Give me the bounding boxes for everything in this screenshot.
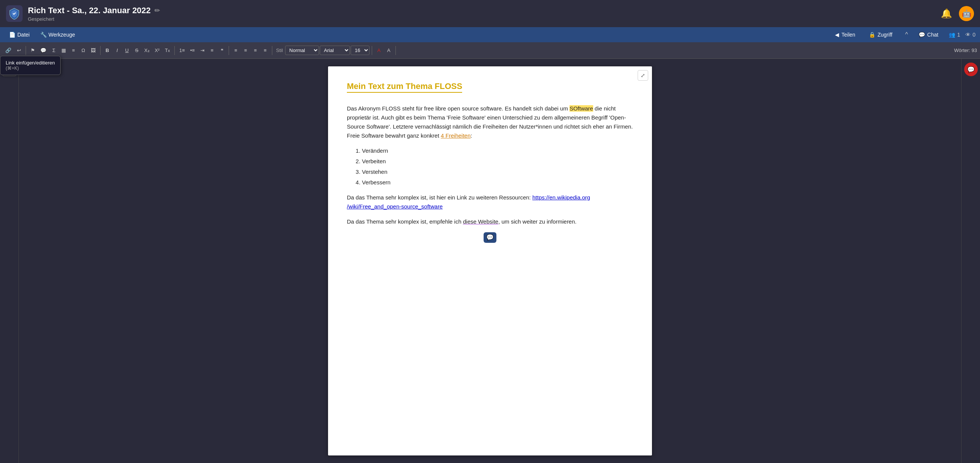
underline-button[interactable]: U xyxy=(123,46,132,55)
highlight-button[interactable]: A xyxy=(384,46,393,55)
bulletlist-button[interactable]: •≡ xyxy=(188,46,197,55)
image-button[interactable]: 🖼 xyxy=(89,46,98,55)
link-tooltip: Link einfügen/editieren (⌘+K) xyxy=(0,56,60,75)
menu-right: ^ 💬 Chat 👥 1 👁 0 xyxy=(905,30,975,40)
menu-item-werkzeuge[interactable]: 🔧 Werkzeuge xyxy=(36,30,80,40)
paragraph-3: Da das Thema sehr komplex ist, empfehle … xyxy=(347,217,633,226)
align-full-button[interactable]: ≡ xyxy=(261,46,270,55)
freedoms-link[interactable]: 4 Freiheiten xyxy=(441,133,471,139)
toolbar-separator-2 xyxy=(100,46,100,55)
left-sidebar: ≡ xyxy=(0,59,19,463)
link-button[interactable]: 🔗 xyxy=(3,46,14,55)
menu-item-datei[interactable]: 📄 Datei xyxy=(5,30,34,40)
chat-button[interactable]: 💬 Chat xyxy=(913,30,944,40)
tooltip-shortcut: (⌘+K) xyxy=(6,65,55,71)
wikipedia-link[interactable]: https://en.wikipedia.org/wiki/Free_and_o… xyxy=(347,194,590,210)
list-item-4: Verbessern xyxy=(362,178,633,187)
indent-button[interactable]: ⇥ xyxy=(198,46,207,55)
subscript-button[interactable]: X₂ xyxy=(142,46,152,55)
website-link-text: diese Website xyxy=(463,218,498,225)
numberedlist-button[interactable]: 1≡ xyxy=(177,46,187,55)
eye-icon: 👁 xyxy=(965,32,970,38)
title-bar: Rich Text - Sa., 22. Januar 2022 ✏ Gespe… xyxy=(0,0,980,27)
bold-button[interactable]: B xyxy=(103,46,112,55)
sum-button[interactable]: Σ xyxy=(49,46,58,55)
italic-button[interactable]: I xyxy=(113,46,122,55)
clearformat-button[interactable]: Tx xyxy=(163,46,172,55)
table-button[interactable]: ▦ xyxy=(59,46,68,55)
chat-icon: 💬 xyxy=(919,32,925,38)
menu-actions: ◀ Teilen 🔒 Zugriff xyxy=(830,30,897,40)
style-select[interactable]: Normal xyxy=(285,46,319,55)
toolbar-separator-4 xyxy=(229,46,229,55)
save-status: Gespeichert xyxy=(28,16,935,22)
list-item-2: Verbeiten xyxy=(362,157,633,166)
viewers-button[interactable]: 👁 0 xyxy=(965,32,975,38)
users-button[interactable]: 👥 1 xyxy=(949,32,960,38)
blockquote-button[interactable]: ❝ xyxy=(217,46,226,55)
datei-icon: 📄 xyxy=(9,32,16,38)
word-count: Wörter: 93 xyxy=(954,48,977,53)
tooltip-label: Link einfügen/editieren xyxy=(6,60,55,65)
size-select[interactable]: 16 xyxy=(351,46,369,55)
freedoms-list: Verändern Verbeiten Verstehen Verbessern xyxy=(362,146,633,187)
document-wrapper[interactable]: ⤢ Mein Text zum Thema FLOSS Das Akronym … xyxy=(19,59,961,463)
notification-bell-button[interactable]: 🔔 xyxy=(941,8,952,19)
toolbar: 🔗 ↩ ⚑ 💬 Σ ▦ ≡ Ω 🖼 B I U S X₂ X² Tx 1≡ •≡… xyxy=(0,42,980,59)
document-page: ⤢ Mein Text zum Thema FLOSS Das Akronym … xyxy=(328,66,652,455)
share-icon: ◀ xyxy=(835,32,839,38)
align-right-button[interactable]: ≡ xyxy=(241,46,250,55)
document-body: Das Akronym FLOSS steht für free libre o… xyxy=(347,104,633,243)
users-icon: 👥 xyxy=(949,32,955,38)
title-bar-right: 🔔 🤖 xyxy=(941,6,974,21)
inline-comment-icon[interactable]: 💬 xyxy=(484,232,496,243)
toolbar-separator-1 xyxy=(25,46,26,55)
paragraph-1: Das Akronym FLOSS steht für free libre o… xyxy=(347,104,633,140)
edit-title-button[interactable]: ✏ xyxy=(154,6,160,15)
expand-button[interactable]: ⤢ xyxy=(638,70,648,81)
omega-button[interactable]: Ω xyxy=(79,46,88,55)
font-select[interactable]: Arial xyxy=(320,46,350,55)
list-button[interactable]: ≡ xyxy=(69,46,78,55)
undo-button[interactable]: ↩ xyxy=(14,46,23,55)
toolbar-separator-6 xyxy=(372,46,372,55)
paragraph-2: Da das Thema sehr komplex ist, ist hier … xyxy=(347,193,633,211)
document-heading: Mein Text zum Thema FLOSS xyxy=(347,81,462,93)
title-section: Rich Text - Sa., 22. Januar 2022 ✏ Gespe… xyxy=(28,6,935,22)
list-item-3: Verstehen xyxy=(362,168,633,176)
align-left-button[interactable]: ≡ xyxy=(231,46,240,55)
teilen-button[interactable]: ◀ Teilen xyxy=(830,30,861,40)
document-title: Rich Text - Sa., 22. Januar 2022 ✏ xyxy=(28,6,935,16)
werkzeuge-icon: 🔧 xyxy=(40,32,47,38)
menu-bar: 📄 Datei 🔧 Werkzeuge ◀ Teilen 🔒 Zugriff ^… xyxy=(0,27,980,42)
comment-button[interactable]: 💬 xyxy=(38,46,49,55)
user-avatar: 🤖 xyxy=(959,6,974,21)
comment-bubble-area: 💬 xyxy=(347,232,633,243)
fontcolor-button[interactable]: A xyxy=(374,46,383,55)
right-sidebar: 💬 xyxy=(961,59,980,463)
align-justify-button[interactable]: ≡ xyxy=(251,46,260,55)
main-area: ≡ ⤢ Mein Text zum Thema FLOSS Das Akrony… xyxy=(0,59,980,463)
lock-icon: 🔒 xyxy=(869,32,875,38)
strikethrough-button[interactable]: S xyxy=(132,46,141,55)
highlighted-software: SOftware xyxy=(570,105,593,112)
style-label: Stil xyxy=(275,48,284,53)
superscript-button[interactable]: X² xyxy=(153,46,162,55)
collapse-button[interactable]: ^ xyxy=(905,31,908,38)
add-comment-button[interactable]: 💬 xyxy=(964,62,978,76)
flag-button[interactable]: ⚑ xyxy=(28,46,37,55)
list-item-1: Verändern xyxy=(362,146,633,155)
align-center-button[interactable]: ≡ xyxy=(207,46,216,55)
zugriff-button[interactable]: 🔒 Zugriff xyxy=(864,30,897,40)
toolbar-separator-3 xyxy=(174,46,175,55)
app-logo xyxy=(6,5,22,22)
toolbar-separator-5 xyxy=(272,46,272,55)
